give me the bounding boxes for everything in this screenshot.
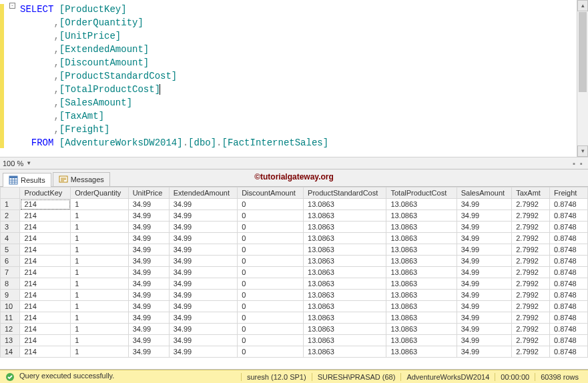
results-grid-pane[interactable]: ProductKeyOrderQuantityUnitPriceExtended… [0,187,588,370]
cell[interactable]: 214 [20,335,71,346]
cell[interactable]: 0.8748 [550,244,588,256]
cell[interactable]: 13.0863 [386,210,457,222]
table-row[interactable]: 13214134.9934.99013.086313.086334.992.79… [1,335,588,346]
cell[interactable]: 34.99 [128,210,169,222]
cell[interactable]: 34.99 [128,222,169,233]
cell[interactable]: 34.99 [457,233,512,244]
cell[interactable]: 0.8748 [550,278,588,290]
cell[interactable]: 1 [71,256,128,267]
code-outline-toggle[interactable]: - [9,3,15,9]
scroll-thumb[interactable] [579,12,587,92]
cell[interactable]: 214 [20,222,71,233]
row-header-corner[interactable] [1,187,20,199]
cell[interactable]: 0.8748 [550,199,588,210]
cell[interactable]: 34.99 [169,256,238,267]
tab-results[interactable]: Results [3,173,51,187]
cell[interactable]: 0.8748 [550,210,588,222]
cell[interactable]: 13.0863 [386,256,457,267]
cell[interactable]: 214 [20,290,71,301]
cell[interactable]: 214 [20,324,71,335]
cell[interactable]: 0.8748 [550,290,588,301]
cell[interactable]: 0 [238,301,304,312]
cell[interactable]: 1 [71,290,128,301]
cell[interactable]: 34.99 [169,210,238,222]
cell[interactable]: 34.99 [169,346,238,358]
cell[interactable]: 13.0863 [386,267,457,278]
cell[interactable]: 13.0863 [304,301,386,312]
cell[interactable]: 2.7992 [512,301,550,312]
cell[interactable]: 13.0863 [304,324,386,335]
cell[interactable]: 13.0863 [386,278,457,290]
row-number[interactable]: 9 [1,290,20,301]
cell[interactable]: 34.99 [169,222,238,233]
cell[interactable]: 34.99 [128,244,169,256]
cell[interactable]: 1 [71,244,128,256]
cell[interactable]: 13.0863 [304,267,386,278]
column-header-totalproductcost[interactable]: TotalProductCost [386,187,457,199]
column-header-taxamt[interactable]: TaxAmt [512,187,550,199]
cell[interactable]: 34.99 [128,301,169,312]
cell[interactable]: 34.99 [169,335,238,346]
row-number[interactable]: 11 [1,312,20,324]
cell[interactable]: 13.0863 [304,346,386,358]
cell[interactable]: 13.0863 [386,222,457,233]
cell[interactable]: 2.7992 [512,199,550,210]
cell[interactable]: 2.7992 [512,346,550,358]
tab-messages[interactable]: Messages [53,172,110,186]
cell[interactable]: 1 [71,199,128,210]
cell[interactable]: 13.0863 [386,335,457,346]
cell[interactable]: 13.0863 [386,301,457,312]
cell[interactable]: 2.7992 [512,222,550,233]
cell[interactable]: 214 [20,244,71,256]
cell[interactable]: 34.99 [457,244,512,256]
cell[interactable]: 34.99 [169,233,238,244]
cell[interactable]: 34.99 [169,278,238,290]
cell[interactable]: 34.99 [457,324,512,335]
cell[interactable]: 13.0863 [304,312,386,324]
cell[interactable]: 34.99 [128,290,169,301]
cell[interactable]: 34.99 [128,335,169,346]
cell[interactable]: 13.0863 [386,233,457,244]
cell[interactable]: 0.8748 [550,222,588,233]
sql-code[interactable]: SELECT [ProductKey] ,[OrderQuantity] ,[U… [7,3,577,149]
cell[interactable]: 0.8748 [550,335,588,346]
row-number[interactable]: 7 [1,267,20,278]
table-row[interactable]: 1214134.9934.99013.086313.086334.992.799… [1,199,588,210]
cell[interactable]: 34.99 [169,312,238,324]
cell[interactable]: 1 [71,233,128,244]
cell[interactable]: 1 [71,301,128,312]
cell[interactable]: 34.99 [128,267,169,278]
row-number[interactable]: 3 [1,222,20,233]
cell[interactable]: 2.7992 [512,256,550,267]
cell[interactable]: 13.0863 [304,290,386,301]
cell[interactable]: 34.99 [128,233,169,244]
cell[interactable]: 0.8748 [550,346,588,358]
cell[interactable]: 2.7992 [512,267,550,278]
cell[interactable]: 214 [20,312,71,324]
cell[interactable]: 214 [20,210,71,222]
row-number[interactable]: 6 [1,256,20,267]
table-row[interactable]: 11214134.9934.99013.086313.086334.992.79… [1,312,588,324]
cell[interactable]: 0 [238,290,304,301]
cell[interactable]: 34.99 [169,324,238,335]
cell[interactable]: 0 [238,222,304,233]
cell[interactable]: 34.99 [457,222,512,233]
cell[interactable]: 34.99 [169,199,238,210]
table-row[interactable]: 5214134.9934.99013.086313.086334.992.799… [1,244,588,256]
splitter-grip-icon[interactable]: ▪ ▪ [573,159,588,167]
cell[interactable]: 0.8748 [550,324,588,335]
cell[interactable]: 1 [71,312,128,324]
cell[interactable]: 13.0863 [304,199,386,210]
cell[interactable]: 13.0863 [304,233,386,244]
cell[interactable]: 214 [20,346,71,358]
cell[interactable]: 1 [71,278,128,290]
cell[interactable]: 34.99 [457,346,512,358]
cell[interactable]: 214 [20,199,71,210]
cell[interactable]: 0.8748 [550,256,588,267]
column-header-freight[interactable]: Freight [550,187,588,199]
cell[interactable]: 2.7992 [512,278,550,290]
cell[interactable]: 34.99 [169,301,238,312]
cell[interactable]: 2.7992 [512,210,550,222]
table-row[interactable]: 3214134.9934.99013.086313.086334.992.799… [1,222,588,233]
cell[interactable]: 13.0863 [304,256,386,267]
